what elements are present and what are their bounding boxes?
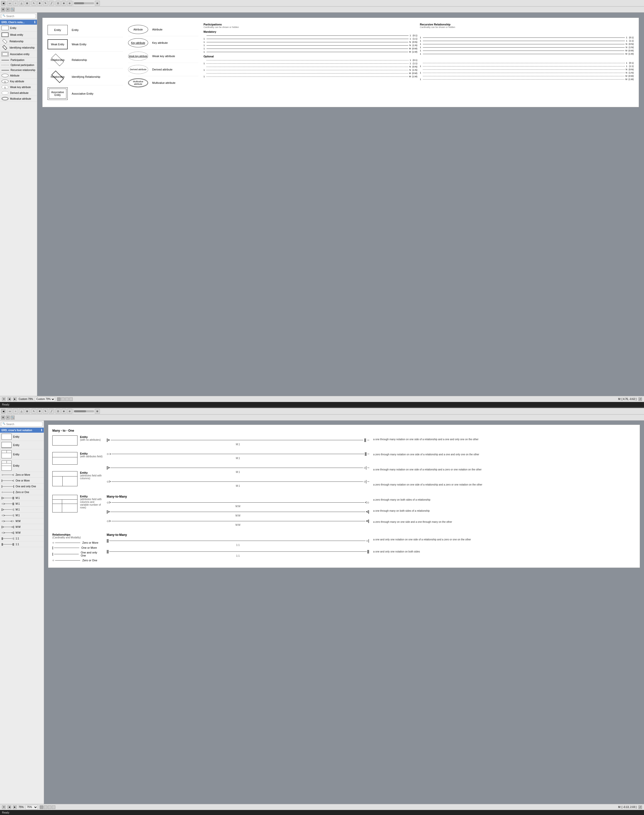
cf-entity-4[interactable]: Entity: [0, 460, 44, 472]
rect-tool-2[interactable]: ▭: [7, 409, 12, 414]
triangle-tool[interactable]: △: [19, 1, 24, 6]
hand-tool-2[interactable]: ✥: [37, 409, 42, 414]
coordinates-2: M: [ -0.13, 2.03 ]: [618, 806, 636, 809]
coordinates-1: M: [ 4.76, -0.62 ]: [618, 398, 636, 400]
back-icon[interactable]: ◀: [1, 1, 6, 6]
back-icon-2[interactable]: ◀: [1, 409, 6, 414]
page-nav-prev[interactable]: ◀: [8, 397, 11, 401]
header-icon-2[interactable]: ℹ: [41, 428, 42, 432]
sidebar-search-2[interactable]: 🔍: [1, 421, 43, 427]
grid-view[interactable]: ⊞: [1, 8, 5, 12]
view-btn-2[interactable]: [61, 397, 64, 401]
triangle-tool-2[interactable]: △: [19, 409, 24, 414]
sidebar-1: 🔍 ERD, Chen's nota... ℹ Entity Weak enti…: [0, 12, 37, 396]
zoom-slider-2[interactable]: [74, 410, 94, 412]
zoom-fit-2[interactable]: ⊞: [95, 409, 100, 414]
sidebar-item-assoc[interactable]: Associative entity: [0, 51, 37, 58]
sidebar-item-optional-participation[interactable]: Optional participation: [0, 63, 37, 68]
page-nav-next[interactable]: ▶: [13, 397, 17, 401]
search-sidebar[interactable]: 🔍: [11, 8, 15, 12]
sidebar-item-key-attribute[interactable]: k Key attribute: [0, 78, 37, 84]
cf-m1-1[interactable]: |> || M:1: [0, 495, 44, 501]
view-btn-3[interactable]: [65, 397, 69, 401]
legend-1: Entity Entity Weak Entity Weak Entity: [42, 18, 639, 107]
toolbar-1: ◀ ▭ ○ △ ⊞ ↖ ✥ ✎ ╱ ⊡ ⊕ ⊖ ⊞: [0, 0, 644, 6]
cf-entity-3[interactable]: Entity: [0, 449, 44, 460]
view-btn-4[interactable]: [69, 397, 73, 401]
sidebar-item-weak-entity[interactable]: Weak entity: [0, 31, 37, 38]
cf-zero-one-item[interactable]: ○ | Zero or One: [0, 489, 44, 495]
page-nav-prev-2[interactable]: ◀: [8, 806, 11, 809]
cf-one-more[interactable]: | < One or More: [0, 478, 44, 483]
list-view[interactable]: ≡: [6, 8, 10, 12]
circle-tool-2[interactable]: ○: [13, 409, 18, 414]
search-input-1[interactable]: [1, 14, 36, 18]
derived-attr-shape: Derived attribute: [128, 65, 148, 74]
view-btn-1[interactable]: [57, 397, 61, 401]
cf-m1-4[interactable]: ○> ○| M:1: [0, 512, 44, 518]
page-nav-pause[interactable]: ⏸: [2, 397, 6, 401]
sidebar-item-entity[interactable]: Entity: [0, 25, 37, 31]
line-tool-2[interactable]: ╱: [49, 409, 54, 414]
cf-m1-3[interactable]: |> ○| M:1: [0, 507, 44, 512]
cf-entities-col: Entity (with no attributes): [52, 435, 103, 491]
mm-desc-col: a zero through many on both sides of a r…: [373, 495, 636, 528]
cf-mm-1[interactable]: ○> <○ M:M: [0, 518, 44, 524]
grid-tool[interactable]: ⊞: [25, 1, 30, 6]
search-sidebar-2[interactable]: 🔍: [11, 415, 15, 420]
sidebar-item-weak-key-attribute[interactable]: k Weak key attribute: [0, 84, 37, 90]
fit-tool[interactable]: ⊡: [55, 1, 61, 6]
page-nav-next-2[interactable]: ▶: [13, 806, 17, 809]
fit-tool-2[interactable]: ⊡: [55, 409, 61, 414]
page-view-btns-2: [40, 806, 55, 809]
cf-zero-more[interactable]: ○ < Zero or More: [0, 472, 44, 478]
resize-handle-2[interactable]: ⤢: [638, 806, 642, 809]
grid-tool-2[interactable]: ⊞: [25, 409, 30, 414]
zoom-select-2[interactable]: 75% 100% 50%: [26, 805, 38, 809]
pen-tool[interactable]: ✎: [43, 1, 48, 6]
list-view-2[interactable]: ≡: [6, 415, 10, 420]
sidebar-item-participation[interactable]: Participation: [0, 58, 37, 63]
cf-11-1[interactable]: || ○| 1:1: [0, 536, 44, 541]
cursor-tool[interactable]: ↖: [31, 1, 37, 6]
cf-entity-2[interactable]: Entity: [0, 441, 44, 449]
weak-key-attr-shape: Weak key attribute: [128, 52, 148, 61]
resize-handle-1[interactable]: ⤢: [638, 397, 642, 401]
sidebar-item-identifying-rel[interactable]: Identifying relationship: [0, 45, 37, 51]
pen-tool-2[interactable]: ✎: [43, 409, 48, 414]
zoom-fit[interactable]: ⊞: [95, 1, 100, 6]
header-icon[interactable]: ℹ: [34, 20, 35, 24]
sidebar-item-derived-attribute[interactable]: Derived attribute: [0, 90, 37, 96]
sidebar-item-multivalue-attribute[interactable]: Multivalue attribute: [0, 96, 37, 101]
search-input-2[interactable]: [1, 421, 43, 427]
circle-tool[interactable]: ○: [13, 1, 18, 6]
sidebar-item-attribute[interactable]: Attribute: [0, 73, 37, 78]
view-btn-2b[interactable]: [44, 806, 47, 809]
cf-11-2[interactable]: || || 1:1: [0, 541, 44, 547]
zoom-slider[interactable]: [74, 2, 94, 4]
rect-tool[interactable]: ▭: [7, 1, 12, 6]
toolbar-2a: ◀ ▭ ○ △ ⊞ ↖ ✥ ✎ ╱ ⊡ ⊕ ⊖ ⊞: [0, 408, 644, 415]
zoom-out-tool[interactable]: ⊖: [67, 1, 72, 6]
cf-mm-3[interactable]: ○> <| M:M: [0, 530, 44, 536]
page-nav-pause-2[interactable]: ⏸: [2, 806, 6, 809]
cf-one-one-item[interactable]: | | One and only One: [0, 483, 44, 489]
cf-entity-1[interactable]: Entity: [0, 433, 44, 441]
hand-tool[interactable]: ✥: [37, 1, 42, 6]
cursor-tool-2[interactable]: ↖: [31, 409, 37, 414]
sidebar-item-recursive[interactable]: Recursive relationship: [0, 68, 37, 73]
view-btn-2d[interactable]: [52, 806, 55, 809]
sidebar-item-relationship[interactable]: Relationship: [0, 38, 37, 45]
cf-mm-2[interactable]: |> <| M:M: [0, 524, 44, 530]
cf-m1-2[interactable]: ○> || M:1: [0, 501, 44, 507]
view-btn-2a[interactable]: [40, 806, 43, 809]
zoom-label-2: 75%: [18, 806, 24, 809]
zoom-out-tool-2[interactable]: ⊖: [67, 409, 72, 414]
grid-view-2[interactable]: ⊞: [1, 415, 5, 420]
zoom-in-tool[interactable]: ⊕: [61, 1, 66, 6]
zoom-select-1[interactable]: Custom 79% 100% 75% 50%: [35, 397, 55, 401]
zoom-in-tool-2[interactable]: ⊕: [61, 409, 66, 414]
view-btn-2c[interactable]: [48, 806, 51, 809]
sidebar-search-1[interactable]: 🔍: [1, 14, 36, 18]
line-tool[interactable]: ╱: [49, 1, 54, 6]
